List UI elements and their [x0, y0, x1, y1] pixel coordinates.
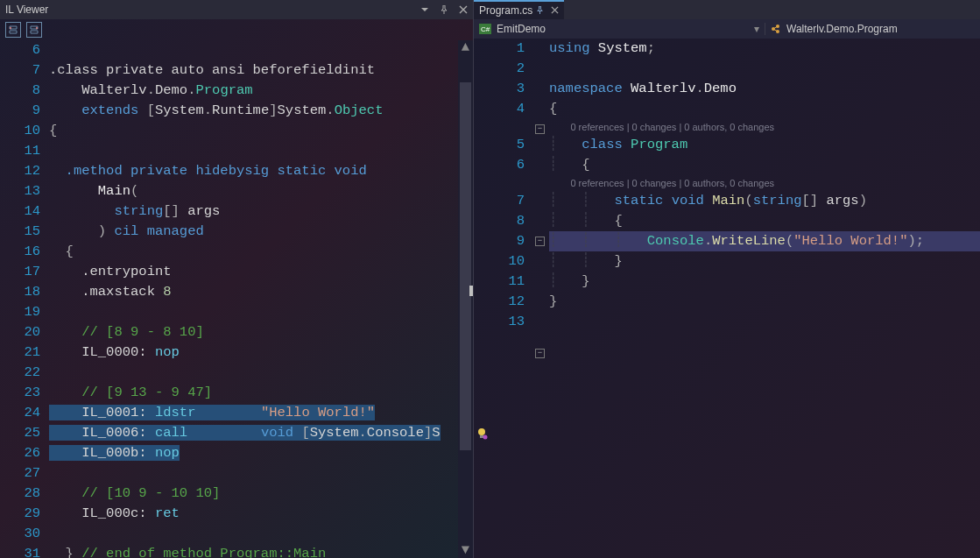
line-number: 6 [0, 40, 40, 60]
il-scrollbar[interactable]: ▲ ▼ [458, 40, 473, 558]
code-line[interactable] [49, 363, 458, 383]
code-line[interactable] [49, 302, 458, 322]
codelens[interactable]: 0 references | 0 changes | 0 authors, 0 … [549, 175, 980, 191]
close-icon[interactable] [551, 4, 559, 17]
window-dropdown-icon[interactable] [415, 0, 434, 19]
scroll-thumb[interactable] [460, 82, 471, 450]
code-line[interactable]: { [49, 121, 458, 141]
line-number: 4 [490, 99, 525, 119]
line-number: 9 [490, 231, 525, 251]
line-number: 5 [490, 135, 525, 155]
il-code[interactable]: .class private auto ansi beforefieldinit… [49, 40, 458, 558]
code-line[interactable]: // [9 13 - 9 47] [49, 383, 458, 403]
code-line[interactable]: ┊ { [549, 155, 980, 175]
scroll-up-icon[interactable]: ▲ [458, 40, 473, 55]
line-number: 21 [0, 343, 40, 363]
lightbulb-icon[interactable] [476, 427, 488, 440]
code-line[interactable] [549, 312, 980, 332]
code-line[interactable] [549, 59, 980, 79]
line-number: 30 [0, 524, 40, 544]
il-viewer-title: IL Viewer [5, 4, 48, 16]
code-line[interactable] [49, 524, 458, 544]
svg-text:C#: C# [481, 25, 490, 33]
codelens[interactable]: 0 references | 0 changes | 0 authors, 0 … [549, 119, 980, 135]
code-line[interactable]: IL_0000: nop [49, 343, 458, 363]
outline-gutter[interactable]: −−− [533, 39, 549, 558]
code-line[interactable]: ┊ } [549, 272, 980, 292]
line-number: 29 [0, 504, 40, 524]
code-line[interactable]: string[] args [49, 201, 458, 222]
crumb-project[interactable]: C# EmitDemo ▾ [474, 23, 765, 35]
code-line[interactable]: Main( [49, 181, 458, 201]
line-number: 14 [0, 201, 40, 222]
code-line[interactable]: { [549, 99, 980, 119]
code-line[interactable]: using System; [549, 39, 980, 59]
svg-point-7 [483, 435, 488, 440]
code-line[interactable]: IL_0006: call void [System.Console]S [49, 423, 458, 443]
code-line[interactable]: ┊ ┊ static void Main(string[] args) [549, 191, 980, 211]
line-number: 16 [0, 242, 40, 262]
code-line[interactable]: { [49, 242, 458, 262]
code-line[interactable]: ) cil managed [49, 222, 458, 242]
scroll-down-icon[interactable]: ▼ [458, 543, 473, 558]
code-line[interactable] [49, 40, 458, 60]
line-number: 27 [0, 463, 40, 484]
svg-point-5 [478, 428, 485, 435]
code-line[interactable]: ┊ ┊ } [549, 251, 980, 272]
code-line[interactable]: IL_000c: ret [49, 504, 458, 524]
code-line[interactable]: .method private hidebysig static void [49, 161, 458, 181]
code-line[interactable]: namespace Walterlv.Demo [549, 79, 980, 99]
cs-editor[interactable]: 12345678910111213 −−− using System;names… [474, 39, 980, 558]
line-number: 15 [0, 222, 40, 242]
cs-code[interactable]: using System;namespace Walterlv.Demo{ 0 … [549, 39, 980, 558]
code-line[interactable]: .class private auto ansi beforefieldinit [49, 60, 458, 81]
line-number: 12 [490, 292, 525, 312]
fold-toggle[interactable]: − [535, 349, 545, 358]
line-number: 3 [490, 79, 525, 99]
line-number: 10 [0, 121, 40, 141]
code-line[interactable]: IL_0001: ldstr "Hello World!" [49, 403, 458, 423]
line-number: 12 [0, 161, 40, 181]
line-number: 24 [0, 403, 40, 423]
class-icon [771, 24, 781, 34]
breakpoint-bar[interactable] [474, 39, 490, 558]
close-icon[interactable] [454, 0, 473, 19]
toolbar-button-1[interactable] [5, 22, 21, 38]
code-line[interactable]: .maxstack 8 [49, 282, 458, 302]
code-line[interactable]: } [549, 292, 980, 312]
tab-program-cs[interactable]: Program.cs [474, 0, 564, 19]
code-line[interactable] [49, 141, 458, 161]
code-line[interactable]: // [10 9 - 10 10] [49, 484, 458, 504]
code-line[interactable] [49, 463, 458, 484]
code-line[interactable]: ┊ ┊ { [549, 211, 980, 231]
crumb-type[interactable]: Walterlv.Demo.Program [765, 23, 980, 35]
pin-icon[interactable] [434, 0, 454, 19]
il-editor[interactable]: 6789101112131415161718192021222324252627… [0, 40, 473, 558]
line-number: 8 [0, 81, 40, 101]
line-number: 26 [0, 443, 40, 463]
line-number: 22 [0, 363, 40, 383]
code-line[interactable]: extends [System.Runtime]System.Object [49, 101, 458, 121]
code-line[interactable]: ┊ class Program [549, 135, 980, 155]
fold-toggle[interactable]: − [535, 124, 545, 134]
code-line[interactable]: ┊ ┊ ┊ Console.WriteLine("Hello World!"); [549, 231, 980, 251]
tab-row: Program.cs [474, 0, 980, 19]
il-gutter: 6789101112131415161718192021222324252627… [0, 40, 49, 558]
line-number: 8 [490, 211, 525, 231]
code-line[interactable]: } // end of method Program::Main [49, 544, 458, 558]
chevron-down-icon[interactable]: ▾ [754, 23, 759, 35]
line-number: 1 [490, 39, 525, 59]
code-line[interactable]: .entrypoint [49, 262, 458, 282]
line-number: 6 [490, 155, 525, 175]
code-line[interactable]: Walterlv.Demo.Program [49, 81, 458, 101]
il-viewer-pane: IL Viewer 678910111213141516171819202122… [0, 0, 473, 558]
code-line[interactable]: IL_000b: nop [49, 443, 458, 463]
line-number: 31 [0, 544, 40, 558]
line-number: 25 [0, 423, 40, 443]
pin-icon[interactable] [536, 4, 544, 17]
cs-editor-pane: Program.cs C# EmitDemo ▾ Walterlv.Demo.P… [473, 0, 980, 558]
split-handle[interactable] [469, 286, 473, 296]
line-number: 19 [0, 302, 40, 322]
toolbar-button-2[interactable] [26, 22, 42, 38]
code-line[interactable]: // [8 9 - 8 10] [49, 322, 458, 343]
